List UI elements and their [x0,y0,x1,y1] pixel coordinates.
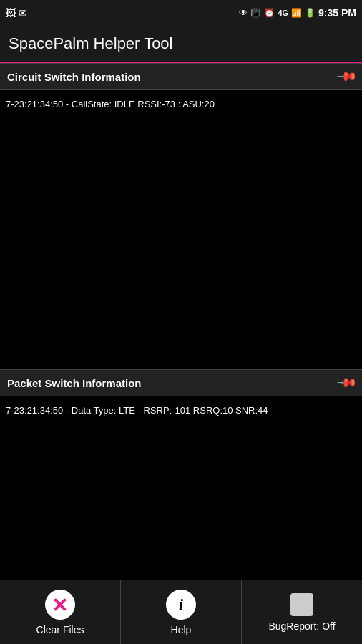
circuit-log-entry: 7-23:21:34:50 - CallState: IDLE RSSI:-73… [6,99,215,109]
help-button[interactable]: i Help [121,580,242,644]
signal-icon: 📶 [291,8,302,18]
clear-files-icon [45,590,75,620]
lte-icon: 4G [278,9,288,17]
app-title: SpacePalm Helper Tool [9,34,173,53]
image-icon: 🖼 [6,7,16,19]
title-bar: SpacePalm Helper Tool [0,26,362,63]
status-time: 9:35 PM [318,7,356,19]
help-label: Help [171,624,192,635]
bottom-toolbar: Clear Files i Help BugReport: Off [0,580,362,644]
packet-log-entry: 7-23:21:34:50 - Data Type: LTE - RSRP:-1… [6,405,268,416]
circuit-header-title: Circuit Switch Information [7,71,141,83]
clear-files-button[interactable]: Clear Files [0,580,121,644]
circuit-info-panel: 7-23:21:34:50 - CallState: IDLE RSSI:-73… [0,90,362,369]
status-icons-left: 🖼 ✉ [6,7,27,19]
bugreport-button[interactable]: BugReport: Off [242,580,362,644]
help-icon: i [166,590,196,620]
email-icon: ✉ [19,7,27,19]
status-icons-right: 👁 📳 ⏰ 4G 📶 🔋 9:35 PM [239,7,356,19]
spy-icon: 👁 [239,8,248,18]
packet-section-header: Packet Switch Information 📌 [0,369,362,396]
clear-files-label: Clear Files [36,624,84,635]
bugreport-label: BugReport: Off [268,620,335,632]
packet-info-panel: 7-23:21:34:50 - Data Type: LTE - RSRP:-1… [0,396,362,575]
bugreport-icon [290,593,313,616]
battery-icon: 🔋 [305,8,315,18]
vibrate-icon: 📳 [250,8,261,18]
status-bar: 🖼 ✉ 👁 📳 ⏰ 4G 📶 🔋 9:35 PM [0,0,362,26]
circuit-pin-icon[interactable]: 📌 [336,65,358,87]
alarm-icon: ⏰ [264,8,275,18]
packet-header-title: Packet Switch Information [7,377,142,389]
circuit-section-header: Circuit Switch Information 📌 [0,63,362,90]
packet-pin-icon[interactable]: 📌 [336,371,358,394]
